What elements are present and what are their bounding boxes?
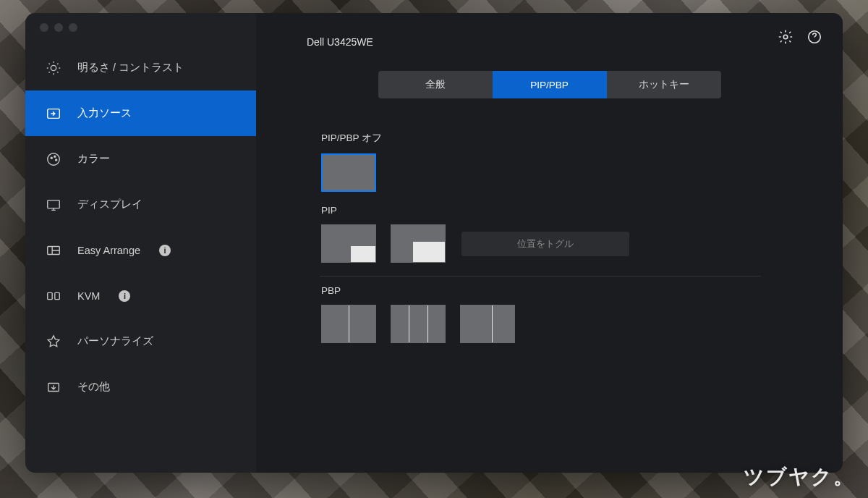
option-off[interactable] (321, 153, 376, 192)
sidebar-item-input-source[interactable]: 入力ソース (25, 90, 256, 136)
svg-point-4 (54, 156, 56, 157)
sidebar-item-label: パーソナライズ (77, 334, 153, 348)
sidebar-item-label: Easy Arrange (77, 245, 140, 256)
pip-label: PIP (321, 205, 814, 216)
tab-hotkey[interactable]: ホットキー (607, 71, 721, 98)
pbp-label: PBP (321, 285, 814, 296)
info-icon[interactable]: i (159, 245, 171, 256)
sidebar-item-others[interactable]: その他 (25, 364, 256, 410)
info-icon[interactable]: i (119, 290, 130, 302)
option-pbp-left-wide[interactable] (460, 305, 515, 343)
sidebar-item-label: 明るさ / コントラスト (77, 61, 184, 75)
sidebar-item-label: ディスプレイ (77, 198, 142, 211)
sidebar-item-color[interactable]: カラー (25, 136, 256, 182)
svg-rect-6 (48, 200, 60, 208)
svg-point-11 (783, 35, 788, 39)
option-pbp-thirds[interactable] (391, 305, 446, 343)
monitor-title: Dell U3425WE (307, 36, 373, 48)
display-icon (44, 195, 63, 214)
option-pip-large[interactable] (391, 224, 446, 263)
input-icon (44, 104, 63, 123)
sidebar-item-display[interactable]: ディスプレイ (25, 182, 256, 227)
sidebar-item-kvm[interactable]: KVM i (25, 273, 256, 318)
section-off: PIP/PBP オフ (321, 132, 814, 192)
svg-point-3 (51, 157, 52, 159)
toggle-position-button: 位置をトグル (461, 232, 629, 256)
sidebar-item-label: 入力ソース (77, 106, 132, 120)
divider (320, 276, 761, 277)
gear-icon[interactable] (778, 29, 793, 45)
close-dot[interactable] (40, 23, 48, 32)
off-label: PIP/PBP オフ (321, 132, 814, 145)
option-pip-small[interactable] (321, 224, 376, 263)
grid-icon (44, 241, 63, 260)
sidebar-item-label: カラー (77, 152, 110, 166)
sidebar-item-label: その他 (77, 380, 110, 394)
tab-pippbp[interactable]: PIP/PBP (493, 71, 607, 98)
kvm-icon (44, 287, 63, 305)
svg-rect-9 (55, 292, 59, 299)
section-pip: PIP 位置をトグル (321, 205, 814, 277)
sidebar-item-personalize[interactable]: パーソナライズ (25, 318, 256, 364)
app-window: 明るさ / コントラスト 入力ソース カラー ディスプレイ Easy Arran… (25, 13, 843, 473)
help-icon[interactable] (807, 29, 822, 45)
tab-bar: 全般 PIP/PBP ホットキー (285, 71, 814, 98)
star-icon (44, 332, 63, 351)
sidebar-item-easy-arrange[interactable]: Easy Arrange i (25, 227, 256, 273)
svg-point-5 (56, 159, 57, 160)
others-icon (44, 378, 63, 397)
zoom-dot[interactable] (69, 23, 77, 32)
tab-general[interactable]: 全般 (378, 71, 493, 98)
svg-point-0 (51, 65, 56, 70)
main-panel: Dell U3425WE 全般 PIP/PBP ホットキー PIP/PBP オフ… (256, 13, 843, 473)
sidebar-item-label: KVM (77, 290, 100, 302)
window-controls (25, 23, 256, 45)
section-pbp: PBP (321, 285, 814, 343)
svg-point-2 (48, 153, 60, 165)
brightness-icon (44, 59, 63, 77)
palette-icon (44, 150, 63, 169)
watermark: ツブヤク。 (744, 463, 855, 491)
svg-rect-8 (48, 292, 52, 299)
option-pbp-half[interactable] (321, 305, 376, 343)
sidebar: 明るさ / コントラスト 入力ソース カラー ディスプレイ Easy Arran… (25, 13, 256, 473)
sidebar-item-brightness[interactable]: 明るさ / コントラスト (25, 45, 256, 90)
minimize-dot[interactable] (54, 23, 63, 32)
